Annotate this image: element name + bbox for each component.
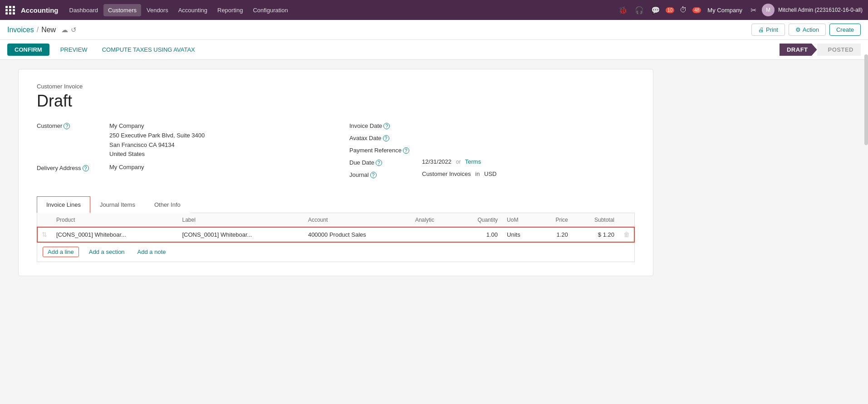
in-text: in: [475, 170, 480, 177]
col-uom: UoM: [502, 213, 538, 227]
bug-icon[interactable]: 🐞: [617, 4, 629, 16]
action-button[interactable]: ⚙ Action: [789, 24, 826, 36]
invoice-date-label: Invoice Date ?: [349, 122, 422, 129]
add-line-section: Add a line Add a section Add a note: [37, 242, 634, 262]
due-date-field-row: Due Date ? 12/31/2022 or Terms: [349, 158, 635, 166]
col-analytic: Analytic: [411, 213, 456, 227]
journal-field-row: Journal ? Customer Invoices in USD: [349, 170, 635, 178]
breadcrumb-current: New: [41, 26, 56, 34]
avatar[interactable]: M: [762, 4, 775, 16]
delete-row-icon[interactable]: 🗑: [623, 231, 630, 238]
company-name[interactable]: My Company: [707, 7, 742, 14]
breadcrumb-parent[interactable]: Invoices: [7, 26, 34, 34]
col-account: Account: [304, 213, 411, 227]
apps-menu-icon[interactable]: [5, 6, 15, 15]
scrollbar[interactable]: [864, 54, 868, 145]
customer-help-icon[interactable]: ?: [64, 123, 70, 129]
print-icon: 🖨: [758, 26, 764, 33]
row-analytic: [411, 227, 456, 242]
sub-header: Invoices / New ☁ ↺ 🖨 Print ⚙ Action Crea…: [0, 20, 868, 40]
top-nav-menu: Dashboard Customers Vendors Accounting R…: [65, 4, 615, 16]
invoice-card: Customer Invoice Draft Customer ? My Com…: [18, 69, 653, 276]
top-navigation: Accounting Dashboard Customers Vendors A…: [0, 0, 868, 20]
form-right: Invoice Date ? Avatax Date ?: [349, 122, 635, 183]
nav-customers[interactable]: Customers: [103, 4, 141, 16]
due-date-label: Due Date ?: [349, 158, 422, 166]
invoice-date-help-icon[interactable]: ?: [383, 123, 390, 129]
delivery-address-value: My Company: [109, 164, 322, 170]
sub-header-right: 🖨 Print ⚙ Action Create: [751, 24, 861, 36]
currency-value: USD: [484, 170, 496, 177]
compute-taxes-button[interactable]: COMPUTE TAXES USING AVATAX: [98, 44, 199, 55]
invoice-type: Customer Invoice: [37, 83, 635, 90]
app-brand: Accounting: [21, 6, 59, 14]
nav-dashboard[interactable]: Dashboard: [65, 4, 103, 16]
nav-configuration[interactable]: Configuration: [248, 4, 292, 16]
avatax-help-icon[interactable]: ?: [383, 135, 389, 141]
sub-header-icons: ☁ ↺: [61, 26, 77, 34]
print-button[interactable]: 🖨 Print: [751, 24, 785, 36]
row-delete[interactable]: 🗑: [619, 227, 634, 242]
add-section-button[interactable]: Add a section: [86, 247, 128, 257]
tab-other-info[interactable]: Other Info: [145, 196, 190, 213]
breadcrumb-separator: /: [37, 26, 39, 34]
payment-ref-help-icon[interactable]: ?: [403, 147, 409, 154]
delivery-address-field-row: Delivery Address ? My Company: [37, 164, 322, 171]
or-text: or: [456, 159, 461, 165]
journal-value: Customer Invoices in USD: [422, 170, 635, 177]
breadcrumb: Invoices / New: [7, 26, 56, 34]
nav-reporting[interactable]: Reporting: [213, 4, 247, 16]
form-grid: Customer ? My Company 250 Executive Park…: [37, 122, 635, 183]
customer-address-2: San Francisco CA 94134: [109, 141, 322, 150]
add-note-button[interactable]: Add a note: [135, 247, 169, 257]
customer-field-row: Customer ? My Company 250 Executive Park…: [37, 122, 322, 159]
col-subtotal: Subtotal: [573, 213, 619, 227]
create-label: Create: [836, 26, 854, 33]
chat-icon[interactable]: 💬: [649, 4, 662, 16]
delivery-address-label: Delivery Address ?: [37, 164, 109, 171]
journal-name: Customer Invoices: [422, 170, 471, 177]
customer-address-3: United States: [109, 150, 322, 159]
main-content: Customer Invoice Draft Customer ? My Com…: [0, 60, 868, 400]
clock-icon[interactable]: ⏱: [678, 4, 689, 16]
col-actions: [619, 213, 634, 227]
status-draft: DRAFT: [780, 44, 817, 56]
invoice-lines-table: Product Label Account Analytic Quantity …: [37, 213, 634, 242]
row-uom: Units: [502, 227, 538, 242]
form-left: Customer ? My Company 250 Executive Park…: [37, 122, 322, 183]
upload-icon[interactable]: ☁: [61, 26, 68, 34]
settings-icon[interactable]: ✂: [749, 4, 758, 16]
user-name: Mitchell Admin (22316102-16-0-all): [778, 7, 863, 13]
nav-accounting[interactable]: Accounting: [174, 4, 212, 16]
action-bar: CONFIRM PREVIEW COMPUTE TAXES USING AVAT…: [0, 40, 868, 60]
action-label: Action: [803, 26, 819, 33]
table-header: Product Label Account Analytic Quantity …: [37, 213, 634, 227]
payment-ref-label: Payment Reference ?: [349, 146, 422, 154]
confirm-button[interactable]: CONFIRM: [7, 44, 49, 56]
customer-label: Customer ?: [37, 122, 109, 129]
tab-journal-items[interactable]: Journal Items: [90, 196, 145, 213]
row-price: 1.20: [538, 227, 573, 242]
headphones-icon[interactable]: 🎧: [633, 4, 646, 16]
nav-vendors[interactable]: Vendors: [142, 4, 173, 16]
row-handle[interactable]: ⇅: [37, 227, 52, 242]
drag-handle-icon[interactable]: ⇅: [42, 231, 47, 238]
status-posted: POSTED: [817, 44, 861, 56]
status-bar: DRAFT POSTED: [780, 44, 861, 56]
reset-icon[interactable]: ↺: [71, 26, 77, 34]
col-handle: [37, 213, 52, 227]
tab-invoice-lines[interactable]: Invoice Lines: [37, 196, 90, 213]
table-row[interactable]: ⇅ [CONS_0001] Whiteboar... [CONS_0001] W…: [37, 227, 634, 242]
avatax-date-label: Avatax Date ?: [349, 134, 422, 141]
row-subtotal: $ 1.20: [573, 227, 619, 242]
due-date-text: 12/31/2022: [422, 158, 451, 165]
create-button[interactable]: Create: [829, 24, 861, 36]
add-line-button[interactable]: Add a line: [43, 247, 79, 257]
due-date-help-icon[interactable]: ?: [376, 160, 382, 166]
journal-help-icon[interactable]: ?: [370, 172, 377, 178]
preview-button[interactable]: PREVIEW: [57, 44, 91, 55]
tabs: Invoice Lines Journal Items Other Info: [37, 196, 635, 213]
terms-link[interactable]: Terms: [465, 158, 481, 165]
customer-name: My Company: [109, 122, 322, 131]
delivery-help-icon[interactable]: ?: [83, 165, 89, 171]
